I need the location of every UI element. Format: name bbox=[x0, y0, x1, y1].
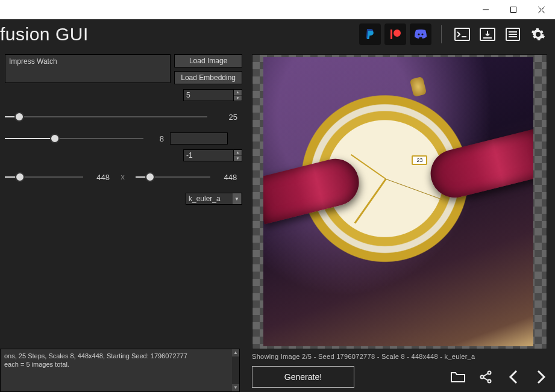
height-value: 448 bbox=[216, 173, 237, 182]
seed-spinner[interactable]: ▲▼ bbox=[234, 149, 242, 161]
prompt-input[interactable]: Impress Watch bbox=[5, 54, 171, 83]
scale-value: 8 bbox=[149, 134, 164, 143]
svg-rect-1 bbox=[511, 7, 516, 13]
scale-text-input[interactable] bbox=[170, 132, 228, 145]
width-value: 448 bbox=[89, 173, 110, 182]
preview-caption: Showing Image 2/5 - Seed 1796072778 - Sc… bbox=[252, 353, 553, 360]
svg-line-19 bbox=[483, 373, 488, 376]
header-icon-bar bbox=[359, 23, 549, 45]
width-slider[interactable] bbox=[5, 172, 83, 182]
download-queue-icon[interactable] bbox=[477, 23, 498, 45]
scale-slider[interactable] bbox=[5, 134, 143, 143]
dimension-separator: x bbox=[121, 173, 125, 181]
generated-image: 23 bbox=[263, 57, 533, 346]
status-log: ons, 25 Steps, Scales 8, 448x448, Starti… bbox=[0, 349, 240, 392]
patreon-icon[interactable] bbox=[384, 23, 406, 45]
height-slider[interactable] bbox=[136, 172, 210, 182]
steps-slider[interactable] bbox=[5, 112, 207, 122]
app-root: fusion GUI bbox=[0, 19, 555, 392]
app-header: fusion GUI bbox=[0, 19, 555, 49]
app-title: fusion GUI bbox=[0, 24, 89, 45]
svg-line-20 bbox=[483, 378, 488, 381]
chevron-down-icon: ▼ bbox=[233, 193, 241, 204]
window-close-button[interactable] bbox=[527, 0, 555, 19]
window-minimize-button[interactable] bbox=[472, 0, 500, 19]
status-line-1: ons, 25 Steps, Scales 8, 448x448, Starti… bbox=[4, 352, 236, 360]
preview-panel: 23 Showing Image 2/5 - Seed 1796072778 -… bbox=[247, 49, 555, 392]
images-count-input[interactable] bbox=[183, 89, 234, 101]
status-scrollbar[interactable]: ▲ ▼ bbox=[232, 349, 239, 391]
steps-value: 25 bbox=[213, 113, 237, 122]
main-split: Impress Watch Load Image Load Embedding … bbox=[0, 49, 555, 392]
window-maximize-button[interactable] bbox=[500, 0, 527, 19]
next-image-button[interactable] bbox=[530, 366, 553, 388]
preview-canvas: 23 bbox=[252, 54, 547, 349]
watch-strap-right bbox=[425, 128, 533, 203]
scroll-down-icon[interactable]: ▼ bbox=[232, 384, 239, 391]
svg-rect-8 bbox=[455, 28, 469, 40]
open-folder-button[interactable] bbox=[447, 366, 469, 388]
terminal-icon[interactable] bbox=[451, 23, 473, 45]
svg-point-6 bbox=[418, 33, 419, 35]
sampler-value: k_euler_a bbox=[189, 194, 221, 203]
discord-icon[interactable] bbox=[410, 23, 431, 45]
load-image-button[interactable]: Load Image bbox=[174, 54, 242, 67]
watch-date-window: 23 bbox=[412, 155, 427, 165]
status-line-2: each = 5 images total. bbox=[4, 360, 236, 369]
svg-point-7 bbox=[421, 33, 423, 35]
paypal-icon[interactable] bbox=[359, 23, 381, 45]
images-count-spinner[interactable]: ▲▼ bbox=[234, 89, 242, 101]
watch-crown bbox=[410, 76, 427, 96]
generate-button[interactable]: Generate! bbox=[252, 366, 354, 388]
preview-actions: Generate! bbox=[252, 366, 553, 388]
svg-rect-4 bbox=[390, 30, 392, 39]
prev-image-button[interactable] bbox=[502, 366, 525, 388]
sampler-select[interactable]: k_euler_a ▼ bbox=[186, 193, 242, 205]
share-button[interactable] bbox=[474, 366, 497, 388]
header-divider bbox=[441, 25, 442, 43]
seed-input[interactable] bbox=[183, 149, 234, 161]
list-icon[interactable] bbox=[502, 23, 524, 45]
scroll-up-icon[interactable]: ▲ bbox=[232, 349, 239, 356]
watch-strap-left bbox=[263, 154, 364, 225]
svg-point-5 bbox=[394, 30, 401, 37]
gear-icon[interactable] bbox=[527, 23, 549, 45]
load-embedding-button[interactable]: Load Embedding bbox=[174, 71, 242, 84]
controls-panel: Impress Watch Load Image Load Embedding … bbox=[0, 49, 247, 392]
window-titlebar bbox=[0, 0, 555, 19]
